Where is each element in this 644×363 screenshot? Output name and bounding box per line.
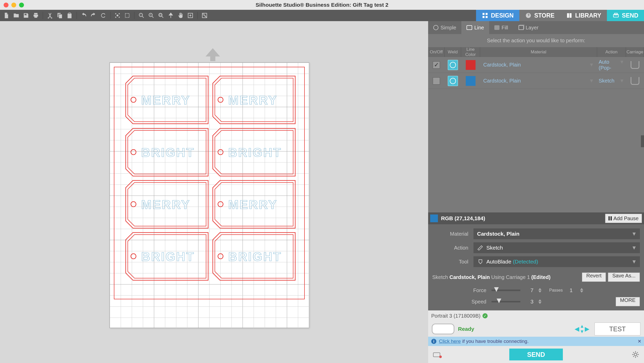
sketch-icon <box>477 245 484 250</box>
autoblade-icon <box>477 259 484 264</box>
zoom-in-icon[interactable] <box>137 11 146 20</box>
minimize-window[interactable] <box>11 3 16 7</box>
zoom-out-icon[interactable] <box>147 11 156 20</box>
crosshatch-icon[interactable] <box>200 11 209 20</box>
table-row: Cardstock, Plain▼ Auto (Pop-▼ <box>428 57 644 73</box>
info-icon: i <box>431 339 436 344</box>
usb-icon[interactable] <box>433 351 442 358</box>
close-help-icon[interactable]: ✕ <box>638 339 641 344</box>
svg-line-84 <box>637 352 638 353</box>
test-button[interactable]: TEST <box>595 323 640 335</box>
row-action-select[interactable]: Auto (Pop-▼ <box>597 59 626 71</box>
table-row: Cardstock, Plain▼ Sketch▼ <box>428 73 644 89</box>
color-swatch <box>430 214 438 222</box>
svg-text:MERRY: MERRY <box>141 198 191 211</box>
pan-icon[interactable] <box>176 11 185 20</box>
carriage-icon[interactable] <box>631 61 639 69</box>
select-all-icon[interactable] <box>113 11 122 20</box>
passes-value: 1 <box>565 287 578 293</box>
svg-rect-7 <box>482 13 485 15</box>
add-pause-button[interactable]: Add Pause <box>605 214 642 223</box>
help-link[interactable]: Click here <box>439 339 461 344</box>
revert-button[interactable]: Revert <box>582 273 606 282</box>
copy-icon[interactable] <box>55 11 64 20</box>
row-material-select[interactable]: Cardstock, Plain▼ <box>480 62 597 68</box>
panel-handle[interactable] <box>641 135 644 147</box>
tool-select[interactable]: AutoBlade(Detected)▼ <box>473 256 640 267</box>
pause-icon <box>608 216 612 220</box>
force-label: Force <box>432 287 492 293</box>
svg-point-3 <box>159 13 162 16</box>
svg-point-76 <box>634 353 637 356</box>
sync-icon[interactable] <box>99 11 108 20</box>
svg-text:MERRY: MERRY <box>228 198 278 211</box>
tab-library[interactable]: LIBRARY <box>560 10 607 21</box>
svg-point-58 <box>131 97 136 102</box>
svg-point-72 <box>218 254 223 259</box>
speed-label: Speed <box>432 299 492 305</box>
print-icon[interactable] <box>31 11 40 20</box>
tab-design-label: DESIGN <box>491 12 514 19</box>
new-file-icon[interactable] <box>2 11 11 20</box>
svg-point-75 <box>439 356 442 358</box>
device-bar: Portrait 3 (1718009B) ✓ <box>428 310 644 321</box>
weld-icon[interactable] <box>448 76 458 86</box>
carriage-icon[interactable] <box>631 77 639 85</box>
subtab-line[interactable]: Line <box>461 21 489 34</box>
canvas-area[interactable]: MERRYMERRYBRIGHTBRIGHTMERRYMERRYBRIGHTBR… <box>0 21 428 363</box>
tab-send[interactable]: SEND <box>607 10 644 21</box>
row-action-select[interactable]: Sketch▼ <box>597 78 626 84</box>
svg-text:MERRY: MERRY <box>228 93 278 107</box>
tab-store[interactable]: STORE <box>519 10 560 21</box>
material-select[interactable]: Cardstock, Plain▼ <box>473 228 640 239</box>
svg-rect-0 <box>125 13 129 17</box>
svg-text:BRIGHT: BRIGHT <box>228 146 282 159</box>
subtab-layer[interactable]: Layer <box>513 21 544 34</box>
row-checkbox[interactable] <box>433 77 440 85</box>
device-ok-icon: ✓ <box>482 313 488 318</box>
main-toolbar: DESIGN STORE LIBRARY SEND <box>0 10 644 21</box>
tags-layer: MERRYMERRYBRIGHTBRIGHTMERRYMERRYBRIGHTBR… <box>110 63 309 328</box>
svg-rect-9 <box>482 16 485 18</box>
tab-store-label: STORE <box>534 12 555 19</box>
device-icon <box>432 324 454 334</box>
saveas-button[interactable]: Save As... <box>608 273 640 282</box>
fit-page-icon[interactable] <box>186 11 195 20</box>
paste-icon[interactable] <box>65 11 74 20</box>
deselect-icon[interactable] <box>123 11 132 20</box>
row-material-select[interactable]: Cardstock, Plain▼ <box>480 78 597 84</box>
redo-icon[interactable] <box>89 11 98 20</box>
passes-stepper[interactable] <box>580 288 583 293</box>
cut-icon[interactable] <box>46 11 54 20</box>
svg-point-62 <box>131 150 136 155</box>
svg-line-83 <box>633 356 634 357</box>
force-stepper[interactable] <box>538 288 541 293</box>
action-label: Action <box>432 245 473 251</box>
svg-rect-8 <box>486 13 488 15</box>
jog-arrows-icon[interactable]: ◄▲▼► <box>573 324 591 334</box>
speed-stepper[interactable] <box>538 299 541 304</box>
action-select[interactable]: Sketch▼ <box>473 242 640 253</box>
svg-point-68 <box>218 202 223 207</box>
weld-icon[interactable] <box>448 60 458 70</box>
subtab-fill[interactable]: Fill <box>489 21 513 34</box>
undo-icon[interactable] <box>79 11 88 20</box>
send-button[interactable]: SEND <box>509 349 563 360</box>
speed-value: 3 <box>526 299 538 305</box>
subtab-simple[interactable]: Simple <box>428 21 461 34</box>
gear-icon[interactable] <box>632 351 639 358</box>
tab-design[interactable]: DESIGN <box>476 10 519 21</box>
close-window[interactable] <box>4 3 9 7</box>
open-file-icon[interactable] <box>12 11 21 20</box>
speed-slider[interactable] <box>492 301 520 302</box>
maximize-window[interactable] <box>19 3 24 7</box>
row-checkbox[interactable] <box>433 61 440 69</box>
force-slider[interactable] <box>492 290 520 291</box>
zoom-selection-icon[interactable] <box>157 11 165 20</box>
svg-point-66 <box>131 202 136 207</box>
zoom-fit-icon[interactable] <box>166 11 175 20</box>
more-button[interactable]: MORE <box>616 297 640 306</box>
tab-library-label: LIBRARY <box>575 12 601 19</box>
svg-point-64 <box>218 150 223 155</box>
save-file-icon[interactable] <box>22 11 30 20</box>
